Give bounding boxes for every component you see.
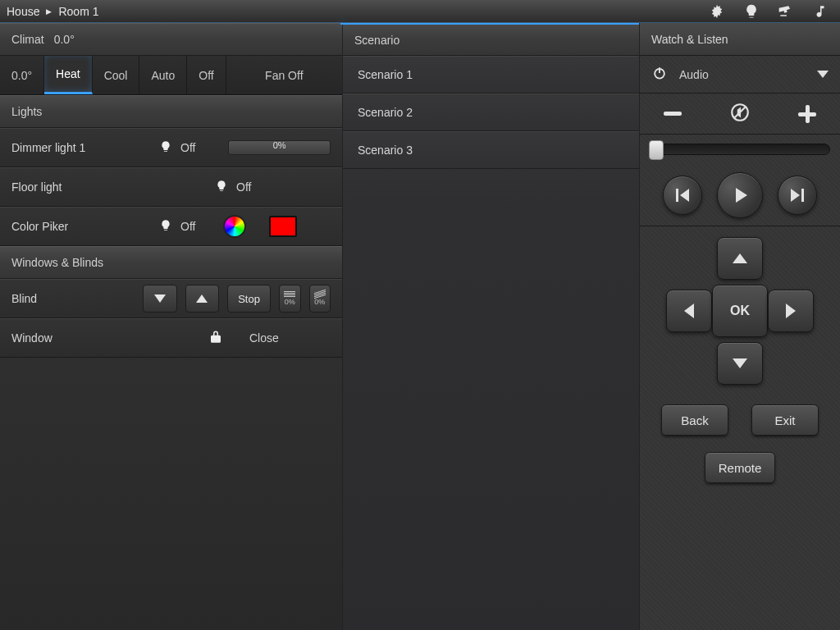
dpad: OK — [640, 226, 840, 395]
music-icon[interactable] — [812, 3, 829, 20]
tab-heat[interactable]: Heat — [44, 56, 93, 94]
scenario-column: Scenario Scenario 1 Scenario 2 Scenario … — [343, 23, 640, 630]
top-bar: House ▶ Room 1 — [0, 0, 840, 23]
lock-icon — [208, 330, 223, 347]
color-swatch[interactable] — [269, 216, 297, 237]
colorpicker-label: Color Piker — [11, 220, 151, 233]
play-icon — [736, 188, 747, 203]
volume-row — [640, 94, 840, 135]
arrow-left-icon — [684, 304, 694, 318]
play-button[interactable] — [717, 172, 763, 218]
scenario-item-1[interactable]: Scenario 1 — [343, 56, 639, 94]
volume-down-button[interactable] — [664, 112, 682, 116]
blind-open-icon — [284, 291, 295, 297]
dimmer1-label: Dimmer light 1 — [11, 141, 151, 154]
top-icons — [709, 3, 833, 20]
watch-listen-header: Watch & Listen — [640, 23, 840, 56]
climate-icon[interactable] — [709, 3, 725, 20]
blind-preset-open[interactable]: 0% — [279, 285, 301, 313]
climate-tabs: 0.0° Heat Cool Auto Off Fan Off — [0, 56, 342, 95]
power-button[interactable] — [651, 65, 668, 84]
breadcrumb-room[interactable]: Room 1 — [58, 5, 98, 18]
remote-button[interactable]: Remote — [705, 452, 776, 483]
watch-listen-label: Watch & Listen — [651, 33, 728, 46]
dpad-down-button[interactable] — [717, 342, 763, 385]
dimmer1-slider[interactable]: 0% — [228, 140, 331, 155]
climate-current-temp: 0.0° — [54, 33, 75, 46]
volume-up-button[interactable] — [798, 105, 816, 123]
lights-header-label: Lights — [11, 105, 42, 118]
remote-row: Remote — [640, 445, 840, 491]
lights-header: Lights — [0, 95, 342, 128]
volume-thumb[interactable] — [649, 140, 664, 160]
arrow-up-icon — [733, 253, 747, 263]
audio-source-label[interactable]: Audio — [679, 68, 806, 81]
dimmer1-status: Off — [180, 141, 195, 154]
scenario-header-label: Scenario — [354, 34, 399, 47]
dimmer1-level: 0% — [273, 140, 286, 150]
dpad-right-button[interactable] — [768, 290, 814, 332]
blind-stop-button[interactable]: Stop — [227, 285, 271, 313]
tab-off[interactable]: Off — [187, 56, 226, 94]
floor-label: Floor light — [11, 180, 207, 194]
arrow-right-icon — [786, 304, 796, 318]
scenario-header: Scenario — [343, 23, 639, 56]
color-wheel-button[interactable] — [223, 215, 246, 238]
dropdown-icon[interactable] — [817, 71, 829, 78]
climate-header: Climat 0.0° — [0, 23, 342, 56]
dpad-left-button[interactable] — [666, 290, 712, 332]
back-exit-row: Back Exit — [640, 395, 840, 445]
transport-controls — [640, 164, 840, 226]
floor-toggle[interactable]: Off — [215, 180, 251, 195]
row-floor-light: Floor light Off — [0, 167, 342, 207]
blind-up-button[interactable] — [185, 285, 220, 313]
left-column: Climat 0.0° 0.0° Heat Cool Auto Off Fan … — [0, 23, 343, 630]
bulb-icon — [159, 140, 172, 156]
prev-track-button[interactable] — [663, 176, 702, 215]
scenario-item-3[interactable]: Scenario 3 — [343, 131, 639, 169]
row-color-picker: Color Piker Off — [0, 207, 342, 246]
blind-down-button[interactable] — [143, 285, 177, 313]
climate-header-label: Climat — [11, 33, 44, 46]
breadcrumb-root[interactable]: House — [7, 5, 39, 18]
bulb-icon — [159, 219, 172, 235]
chevron-down-icon — [154, 294, 166, 303]
floor-status: Off — [236, 180, 251, 194]
blind-label: Blind — [11, 292, 135, 305]
tab-fan-off[interactable]: Fan Off — [226, 56, 342, 94]
window-label: Window — [11, 331, 200, 345]
watch-listen-panel: Watch & Listen Audio — [640, 23, 840, 630]
tab-cool[interactable]: Cool — [93, 56, 140, 94]
bulb-icon[interactable] — [743, 3, 760, 20]
blinds-header: Windows & Blinds — [0, 246, 342, 279]
tab-auto[interactable]: Auto — [139, 56, 187, 94]
breadcrumb-separator-icon: ▶ — [46, 7, 52, 16]
bulb-icon — [215, 180, 228, 195]
row-dimmer-light-1: Dimmer light 1 Off 0% — [0, 128, 342, 167]
next-track-button[interactable] — [778, 176, 817, 215]
chevron-up-icon — [196, 294, 208, 303]
colorpicker-toggle[interactable]: Off — [159, 219, 195, 235]
camera-icon[interactable] — [778, 3, 794, 20]
exit-button[interactable]: Exit — [751, 404, 819, 436]
breadcrumb[interactable]: House ▶ Room 1 — [7, 5, 99, 18]
row-blind: Blind Stop 0% 0% — [0, 279, 342, 318]
blind-closed-pct: 0% — [314, 298, 325, 306]
blind-open-pct: 0% — [285, 298, 295, 306]
blinds-header-label: Windows & Blinds — [11, 256, 103, 269]
audio-selector-row: Audio — [640, 56, 840, 94]
window-status[interactable]: Close — [249, 331, 279, 345]
blind-preset-closed[interactable]: 0% — [309, 285, 331, 313]
dimmer1-toggle[interactable]: Off — [159, 140, 195, 156]
colorpicker-status: Off — [180, 220, 195, 233]
dpad-up-button[interactable] — [717, 237, 763, 280]
mute-button[interactable] — [729, 102, 751, 126]
arrow-down-icon — [733, 358, 747, 368]
scenario-item-2[interactable]: Scenario 2 — [343, 94, 639, 131]
dpad-ok-button[interactable]: OK — [712, 285, 768, 337]
volume-slider[interactable] — [640, 135, 840, 164]
climate-setpoint[interactable]: 0.0° — [0, 56, 44, 94]
row-window: Window Close — [0, 318, 342, 358]
back-button[interactable]: Back — [661, 404, 728, 436]
